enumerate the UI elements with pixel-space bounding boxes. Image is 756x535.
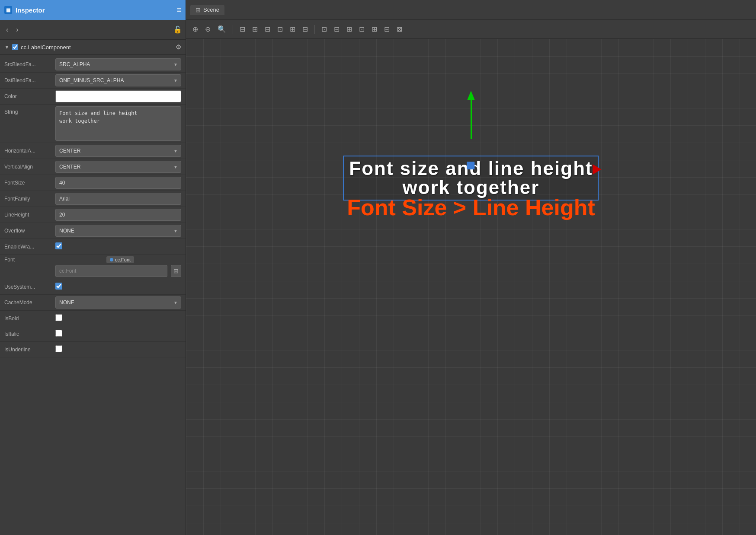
srcblendfactor-label: SrcBlendFa... <box>4 61 52 67</box>
tool-7[interactable]: ⊡ <box>319 23 329 35</box>
axis-line <box>471 100 472 139</box>
srcblendfactor-select[interactable]: SRC_ALPHA ONE ZERO <box>55 58 181 70</box>
menu-icon[interactable]: ≡ <box>176 6 181 15</box>
dstblendfactor-value: ONE_MINUS_SRC_ALPHA ONE ZERO ▼ <box>55 74 181 86</box>
overflow-label: Overflow <box>4 228 52 234</box>
fontsize-value <box>55 177 181 189</box>
lineheight-value <box>55 209 181 221</box>
color-row: Color <box>0 89 186 105</box>
search-button[interactable]: 🔍 <box>215 23 228 35</box>
zoom-out-button[interactable]: ⊖ <box>203 23 213 35</box>
scene-tab[interactable]: ⊞ Scene <box>190 5 224 15</box>
tool-13[interactable]: ⊠ <box>394 23 404 35</box>
horizontalalign-row: HorizontalA... CENTER LEFT RIGHT ▼ <box>0 143 186 159</box>
isitalic-checkbox[interactable] <box>55 330 62 337</box>
string-textarea[interactable]: Font size and line height work together <box>55 106 181 141</box>
isitalic-label: IsItalic <box>4 331 52 337</box>
color-label: Color <box>4 93 52 99</box>
string-row: String Font size and line height work to… <box>0 105 186 143</box>
component-header: ▼ cc.LabelComponent ⚙ <box>0 40 186 55</box>
inspector-panel: ▦ Inspector ≡ ‹ › 🔓 ▼ cc.LabelComponent … <box>0 0 186 535</box>
component-collapse-arrow[interactable]: ▼ <box>4 44 10 50</box>
tool-12[interactable]: ⊟ <box>382 23 392 35</box>
isunderline-row: IsUnderline <box>0 342 186 357</box>
inspector-body: SrcBlendFa... SRC_ALPHA ONE ZERO ▼ DstBl… <box>0 55 186 535</box>
component-enabled-checkbox[interactable] <box>12 44 18 50</box>
tool-1[interactable]: ⊟ <box>237 23 247 35</box>
fontsize-label: FontSize <box>4 180 52 186</box>
tool-6[interactable]: ⊟ <box>300 23 310 35</box>
overflow-select[interactable]: NONE CLAMP SHRINK RESIZE_HEIGHT <box>55 225 181 237</box>
usesystem-row: UseSystem... <box>0 279 186 295</box>
forward-button[interactable]: › <box>13 24 21 35</box>
enablewrap-value <box>55 242 181 251</box>
overflow-indicator <box>593 164 602 175</box>
font-link-button[interactable]: ⊞ <box>171 265 181 277</box>
lock-icon[interactable]: 🔓 <box>173 25 182 34</box>
isbold-checkbox[interactable] <box>55 314 62 321</box>
toolbar-divider-2 <box>314 25 315 34</box>
cachemode-select[interactable]: NONE BITMAP CHAR <box>55 296 181 309</box>
tool-11[interactable]: ⊞ <box>369 23 379 35</box>
scene-canvas[interactable]: Font size and line height work together … <box>186 39 756 535</box>
horizontalalign-select[interactable]: CENTER LEFT RIGHT <box>55 145 181 157</box>
fontfamily-value <box>55 193 181 205</box>
scene-panel: ⊞ Scene ⊕ ⊖ 🔍 ⊟ ⊞ ⊟ ⊡ ⊞ ⊟ ⊡ ⊟ ⊞ ⊡ ⊞ ⊟ ⊠ <box>186 0 756 535</box>
lineheight-label: LineHeight <box>4 212 52 218</box>
verticalalign-label: VerticalAlign <box>4 164 52 170</box>
fontsize-row: FontSize <box>0 175 186 191</box>
isunderline-checkbox[interactable] <box>55 345 62 352</box>
enablewrap-label: EnableWra... <box>4 244 52 250</box>
font-row: Font cc.Font cc.Font ⊞ <box>0 255 186 279</box>
tool-8[interactable]: ⊟ <box>332 23 342 35</box>
zoom-in-button[interactable]: ⊕ <box>190 23 200 35</box>
dstblendfactor-row: DstBlendFa... ONE_MINUS_SRC_ALPHA ONE ZE… <box>0 73 186 89</box>
fontfamily-row: FontFamily <box>0 191 186 207</box>
tool-3[interactable]: ⊟ <box>263 23 272 35</box>
tool-4[interactable]: ⊡ <box>275 23 285 35</box>
tool-10[interactable]: ⊡ <box>357 23 367 35</box>
dstblendfactor-select[interactable]: ONE_MINUS_SRC_ALPHA ONE ZERO <box>55 74 181 86</box>
cachemode-row: CacheMode NONE BITMAP CHAR ▼ <box>0 295 186 311</box>
isbold-label: IsBold <box>4 315 52 322</box>
selection-handle <box>467 162 474 169</box>
horizontalalign-value: CENTER LEFT RIGHT ▼ <box>55 145 181 157</box>
font-field-row: cc.Font ⊞ <box>4 265 181 277</box>
tool-2[interactable]: ⊞ <box>250 23 260 35</box>
color-input[interactable] <box>55 90 181 102</box>
fontsize-input[interactable] <box>55 177 181 189</box>
fontfamily-input[interactable] <box>55 193 181 205</box>
component-settings-icon[interactable]: ⚙ <box>176 43 181 51</box>
usesystem-value <box>55 283 181 291</box>
toolbar-divider-1 <box>233 25 233 34</box>
tool-5[interactable]: ⊞ <box>288 23 298 35</box>
scene-text-box[interactable]: Font size and line height work together <box>343 156 599 201</box>
axis-arrow-head <box>467 91 475 100</box>
enablewrap-row: EnableWra... <box>0 239 186 255</box>
verticalalign-select[interactable]: CENTER TOP BOTTOM <box>55 161 181 173</box>
big-label: Font Size > Line Height <box>347 194 595 220</box>
usesystem-checkbox[interactable] <box>55 283 62 290</box>
tool-9[interactable]: ⊞ <box>344 23 354 35</box>
overflow-row: Overflow NONE CLAMP SHRINK RESIZE_HEIGHT… <box>0 223 186 239</box>
isbold-row: IsBold <box>0 311 186 326</box>
inspector-icon: ▦ <box>4 6 12 14</box>
horizontalalign-label: HorizontalA... <box>4 148 52 154</box>
scene-header: ⊞ Scene <box>186 0 756 20</box>
font-field: cc.Font <box>55 265 167 277</box>
lineheight-input[interactable] <box>55 209 181 221</box>
scene-toolbar: ⊕ ⊖ 🔍 ⊟ ⊞ ⊟ ⊡ ⊞ ⊟ ⊡ ⊟ ⊞ ⊡ ⊞ ⊟ ⊠ <box>186 20 756 39</box>
cachemode-label: CacheMode <box>4 299 52 306</box>
font-asset-badge: cc.Font <box>106 256 134 263</box>
usesystem-label: UseSystem... <box>4 284 52 290</box>
overflow-value: NONE CLAMP SHRINK RESIZE_HEIGHT ▼ <box>55 225 181 237</box>
enablewrap-checkbox[interactable] <box>55 242 62 249</box>
verticalalign-value: CENTER TOP BOTTOM ▼ <box>55 161 181 173</box>
isunderline-value <box>55 345 181 353</box>
cachemode-value: NONE BITMAP CHAR ▼ <box>55 296 181 309</box>
back-button[interactable]: ‹ <box>3 24 11 35</box>
inspector-header: ▦ Inspector ≡ <box>0 0 186 20</box>
scene-tab-icon: ⊞ <box>195 6 201 13</box>
srcblendfactor-value: SRC_ALPHA ONE ZERO ▼ <box>55 58 181 70</box>
verticalalign-row: VerticalAlign CENTER TOP BOTTOM ▼ <box>0 159 186 175</box>
